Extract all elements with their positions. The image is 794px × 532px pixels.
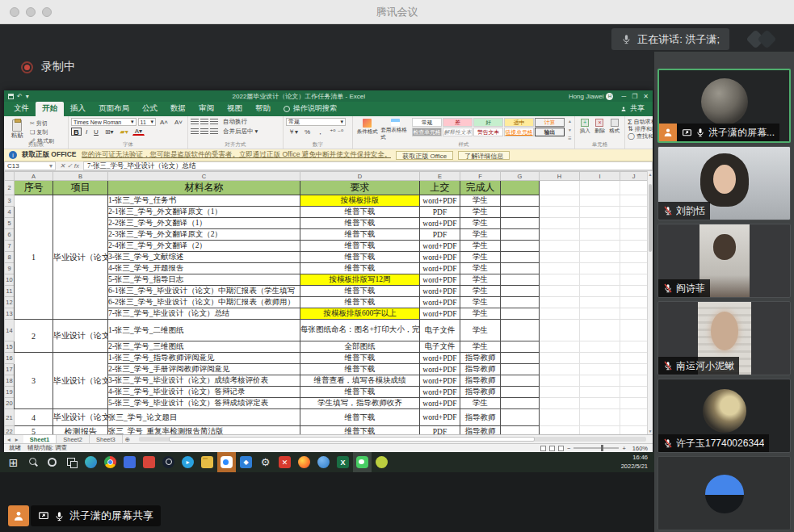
close-window-button[interactable] <box>10 7 19 17</box>
empty-cell[interactable] <box>580 398 620 409</box>
empty-cell[interactable] <box>580 320 620 341</box>
cell-submit-format[interactable]: word+PDF <box>420 263 460 274</box>
cell-style-chip[interactable]: 适中 <box>504 118 534 127</box>
empty-cell[interactable] <box>620 375 648 387</box>
cell-project[interactable]: 检测报告 <box>53 426 108 435</box>
cell-empty-g[interactable] <box>501 286 540 297</box>
align-right-icon[interactable] <box>210 128 218 135</box>
taskbar-icon-tencent-meeting[interactable] <box>217 452 236 472</box>
font-name-select[interactable]: Times New Roman▾ <box>71 118 137 126</box>
row-number[interactable]: 16 <box>5 353 15 364</box>
cell-completed-by[interactable]: 指导教师 <box>460 387 501 398</box>
cell-completed-by[interactable]: 学生 <box>460 218 501 229</box>
row-number[interactable]: 2 <box>5 181 15 195</box>
fill-color-button[interactable]: ▰▾ <box>118 128 131 136</box>
empty-cell[interactable] <box>620 218 648 229</box>
empty-cell[interactable] <box>620 426 648 435</box>
empty-cell[interactable] <box>540 229 580 241</box>
column-header-F[interactable]: F <box>460 172 501 181</box>
empty-cell[interactable] <box>580 274 620 286</box>
participant-tile[interactable] <box>657 456 791 530</box>
table-column-header[interactable]: 材料名称 <box>108 181 300 195</box>
horizontal-scrollbar[interactable] <box>139 437 646 442</box>
align-left-icon[interactable] <box>191 128 199 135</box>
participant-tile[interactable]: 阎诗菲 <box>657 224 791 298</box>
empty-cell[interactable] <box>580 308 620 320</box>
cell-submit-format[interactable]: word+PDF <box>420 274 460 286</box>
empty-cell[interactable] <box>620 409 648 426</box>
cell-submit-format[interactable]: PDF <box>420 229 460 241</box>
cell-style-chip[interactable]: 解释性文本 <box>443 128 473 136</box>
empty-cell[interactable] <box>580 341 620 353</box>
row-number[interactable]: 9 <box>5 263 15 274</box>
column-header-H[interactable]: H <box>540 172 580 181</box>
cell-empty-g[interactable] <box>501 426 540 435</box>
cell-submit-format[interactable]: word+PDF <box>420 218 460 229</box>
cell-submit-format[interactable]: word+PDF <box>420 297 460 308</box>
empty-cell[interactable] <box>540 241 580 252</box>
cell-empty-g[interactable] <box>501 387 540 398</box>
cell-completed-by[interactable]: 指导教师 <box>460 364 501 375</box>
format-as-table-button[interactable]: 套用表格格式 <box>380 118 410 141</box>
cell-requirement[interactable]: 维普下载 <box>300 387 420 398</box>
decrease-font-icon[interactable]: A˅ <box>172 118 185 126</box>
cell-requirement[interactable]: 维普下载 <box>300 252 420 263</box>
cell-requirement[interactable]: 维普查看，填写各模块成绩 <box>300 375 420 387</box>
cell-empty-g[interactable] <box>501 398 540 409</box>
ribbon-tab-视图[interactable]: 视图 <box>221 102 249 116</box>
empty-cell[interactable] <box>580 426 620 435</box>
cell-completed-by[interactable]: 学生 <box>460 195 501 207</box>
taskbar-icon-cortana[interactable] <box>43 452 61 472</box>
taskbar-icon-files-yellow[interactable] <box>198 452 216 472</box>
participant-tile[interactable]: 南运河小泥鳅 <box>657 301 791 375</box>
cell-submit-format[interactable]: word+PDF <box>420 364 460 375</box>
table-column-header[interactable]: 序号 <box>15 181 53 195</box>
empty-cell[interactable] <box>540 409 580 426</box>
accessibility-status[interactable]: 辅助功能: 调查 <box>27 444 67 452</box>
cell-style-chip[interactable]: 常规 <box>412 118 442 127</box>
cell-completed-by[interactable]: 指导教师 <box>460 375 501 387</box>
cell-empty-g[interactable] <box>501 364 540 375</box>
cell-submit-format[interactable]: 电子文件 <box>420 341 460 353</box>
row-number[interactable]: 19 <box>5 387 15 398</box>
empty-cell[interactable] <box>620 195 648 207</box>
cell-material-name[interactable]: 张三_学号_论文题目 <box>108 409 300 426</box>
page-layout-view-button[interactable] <box>549 446 555 451</box>
cell-style-chip[interactable]: 计算 <box>535 118 565 127</box>
scroll-up-icon[interactable]: ▲ <box>648 172 653 177</box>
notif-message-link[interactable]: 您的许可证无法验证，您可能是盗版软件的受害者。立即通过正版 Office 避免中… <box>82 150 392 160</box>
column-header-A[interactable]: A <box>15 172 53 181</box>
excel-maximize-button[interactable]: ❐ <box>632 93 637 100</box>
italic-button[interactable]: I <box>83 128 90 136</box>
cell-completed-by[interactable]: 指导教师 <box>460 409 501 426</box>
empty-cell[interactable] <box>580 252 620 263</box>
cell-requirement[interactable]: 维普下载 <box>300 229 420 241</box>
row-number[interactable]: 14 <box>5 320 15 341</box>
increase-font-icon[interactable]: A˄ <box>158 118 170 126</box>
font-color-button[interactable]: A▾ <box>132 128 145 136</box>
empty-cell[interactable] <box>580 229 620 241</box>
row-number[interactable]: 5 <box>5 218 15 229</box>
cell-requirement[interactable]: 维普下载 <box>300 207 420 218</box>
select-all-corner[interactable] <box>5 172 15 181</box>
cell-style-chip[interactable]: 好 <box>473 118 503 127</box>
cell-completed-by[interactable]: 学生 <box>460 263 501 274</box>
comma-icon[interactable]: ， <box>314 128 326 136</box>
cell-requirement[interactable]: 每张图纸命名：图名+打印大小，完成一份打印说明。 <box>300 320 420 341</box>
column-header-J[interactable]: J <box>620 172 648 181</box>
taskbar-icon-settings[interactable]: ⚙ <box>256 452 275 472</box>
row-number[interactable]: 6 <box>5 229 15 241</box>
cell-material-name[interactable]: 3-张三_学号_毕业设计（论文）成绩考核评价表 <box>108 375 300 387</box>
cell-seq-no[interactable]: 2 <box>15 320 53 353</box>
learn-more-button[interactable]: 了解详细信息 <box>458 151 510 160</box>
row-number[interactable]: 15 <box>5 341 15 353</box>
cell-material-name[interactable]: 7-张三_学号_毕业设计（论文）总结 <box>108 308 300 320</box>
ribbon-tab-审阅[interactable]: 审阅 <box>192 102 221 116</box>
cell-style-chip[interactable]: 警告文本 <box>473 128 503 136</box>
empty-cell[interactable] <box>580 387 620 398</box>
cell-completed-by[interactable]: 学生 <box>460 286 501 297</box>
merge-center-button[interactable]: 合并后居中 ▾ <box>223 128 258 136</box>
cell-submit-format[interactable]: word+PDF <box>420 387 460 398</box>
ribbon-tab-公式[interactable]: 公式 <box>136 102 164 116</box>
taskbar-icon-app-red-x[interactable]: ✕ <box>275 452 294 472</box>
